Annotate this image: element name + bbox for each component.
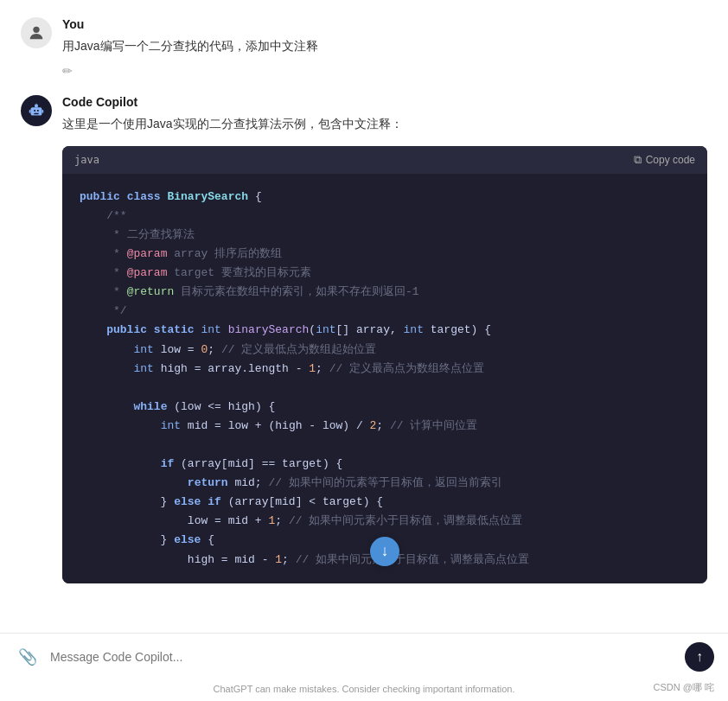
svg-rect-7: [42, 110, 43, 113]
copy-icon: ⧉: [634, 153, 642, 167]
code-lang-label: java: [74, 154, 99, 166]
svg-rect-6: [29, 110, 31, 113]
edit-icon[interactable]: ✏: [62, 64, 707, 78]
scroll-down-icon: ↓: [381, 542, 389, 560]
send-icon: ↑: [696, 649, 703, 665]
send-button[interactable]: ↑: [685, 642, 714, 672]
user-name: You: [62, 17, 707, 31]
svg-rect-8: [34, 113, 39, 114]
attach-button[interactable]: 📎: [14, 643, 42, 671]
copy-code-button[interactable]: ⧉ Copy code: [634, 153, 695, 167]
user-avatar: [21, 17, 52, 48]
copy-code-label: Copy code: [646, 154, 695, 166]
user-message-row: You 用Java编写一个二分查找的代码，添加中文注释 ✏: [21, 17, 707, 78]
bot-message-content: Code Copilot 这里是一个使用Java实现的二分查找算法示例，包含中文…: [62, 95, 707, 583]
user-message-text: 用Java编写一个二分查找的代码，添加中文注释: [62, 36, 707, 55]
scroll-down-button[interactable]: ↓: [370, 537, 399, 566]
disclaimer-text: ChatGPT can make mistakes. Consider chec…: [0, 680, 728, 701]
footer: ChatGPT can make mistakes. Consider chec…: [0, 680, 728, 701]
bot-message-row: Code Copilot 这里是一个使用Java实现的二分查找算法示例，包含中文…: [21, 95, 707, 583]
message-input[interactable]: [50, 650, 676, 664]
svg-rect-2: [34, 110, 35, 112]
code-block-body: public class BinarySearch { /** * 二分查找算法…: [62, 174, 707, 583]
code-block-header: java ⧉ Copy code: [62, 146, 707, 174]
attach-icon: 📎: [18, 647, 37, 666]
svg-rect-5: [36, 104, 37, 105]
bot-name: Code Copilot: [62, 95, 707, 109]
chat-container: You 用Java编写一个二分查找的代码，添加中文注释 ✏ Code Copil…: [0, 0, 728, 633]
branding-text: CSDN @哪 咤: [654, 681, 714, 694]
code-block-wrapper: java ⧉ Copy code public class BinarySear…: [62, 146, 707, 583]
user-message-content: You 用Java编写一个二分查找的代码，添加中文注释 ✏: [62, 17, 707, 78]
bot-avatar: [21, 95, 52, 126]
svg-rect-3: [37, 110, 39, 112]
input-area: 📎 ↑: [0, 633, 728, 680]
svg-point-0: [33, 27, 39, 33]
bot-intro-text: 这里是一个使用Java实现的二分查找算法示例，包含中文注释：: [62, 114, 707, 133]
